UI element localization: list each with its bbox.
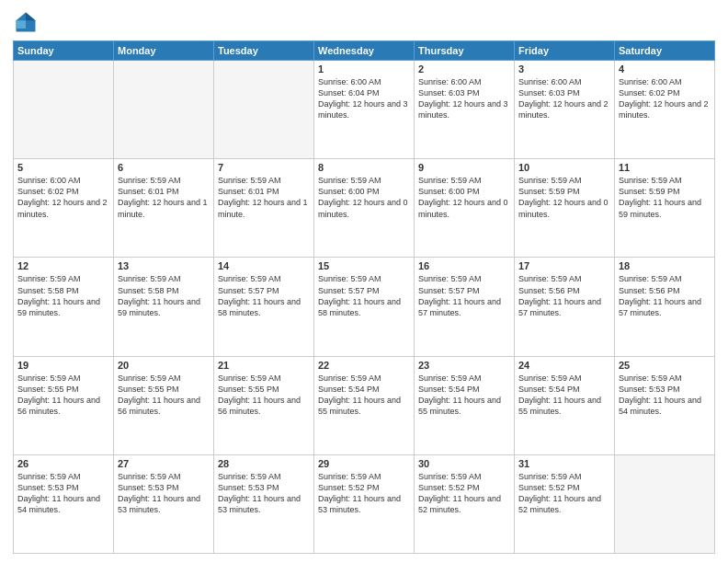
calendar-cell: 24Sunrise: 5:59 AMSunset: 5:54 PMDayligh… [515, 356, 615, 454]
cell-info: Sunrise: 5:59 AMSunset: 5:55 PMDaylight:… [118, 373, 210, 418]
cell-info: Sunrise: 5:59 AMSunset: 5:58 PMDaylight:… [17, 273, 109, 318]
calendar-week-row: 1Sunrise: 6:00 AMSunset: 6:04 PMDaylight… [14, 61, 715, 159]
calendar-table: SundayMondayTuesdayWednesdayThursdayFrid… [13, 40, 715, 554]
day-number: 12 [17, 260, 109, 271]
cell-info: Sunrise: 6:00 AMSunset: 6:04 PMDaylight:… [318, 76, 410, 121]
day-number: 26 [17, 458, 109, 469]
calendar-cell [615, 454, 715, 553]
calendar-header-friday: Friday [515, 41, 615, 61]
calendar-cell: 2Sunrise: 6:00 AMSunset: 6:03 PMDaylight… [415, 61, 515, 159]
cell-info: Sunrise: 5:59 AMSunset: 5:56 PMDaylight:… [518, 273, 610, 318]
day-number: 20 [118, 360, 210, 371]
day-number: 22 [318, 360, 410, 371]
header [13, 9, 715, 35]
cell-info: Sunrise: 5:59 AMSunset: 5:57 PMDaylight:… [318, 273, 410, 318]
cell-info: Sunrise: 5:59 AMSunset: 5:58 PMDaylight:… [118, 273, 210, 318]
cell-info: Sunrise: 6:00 AMSunset: 6:03 PMDaylight:… [418, 76, 510, 121]
day-number: 11 [619, 162, 711, 173]
calendar-cell: 3Sunrise: 6:00 AMSunset: 6:03 PMDaylight… [515, 61, 615, 159]
day-number: 29 [318, 458, 410, 469]
calendar-header-tuesday: Tuesday [214, 41, 314, 61]
calendar-cell: 27Sunrise: 5:59 AMSunset: 5:53 PMDayligh… [114, 454, 214, 553]
day-number: 19 [17, 360, 109, 371]
day-number: 1 [318, 63, 410, 75]
day-number: 6 [118, 162, 210, 173]
cell-info: Sunrise: 5:59 AMSunset: 5:54 PMDaylight:… [518, 373, 610, 418]
svg-marker-2 [17, 20, 27, 29]
calendar-cell: 8Sunrise: 5:59 AMSunset: 6:00 PMDaylight… [314, 159, 415, 258]
cell-info: Sunrise: 5:59 AMSunset: 5:59 PMDaylight:… [518, 175, 610, 220]
calendar-week-row: 19Sunrise: 5:59 AMSunset: 5:55 PMDayligh… [14, 356, 715, 454]
cell-info: Sunrise: 5:59 AMSunset: 5:54 PMDaylight:… [418, 373, 510, 418]
cell-info: Sunrise: 5:59 AMSunset: 5:55 PMDaylight:… [17, 373, 109, 418]
calendar-cell: 30Sunrise: 5:59 AMSunset: 5:52 PMDayligh… [415, 454, 515, 553]
cell-info: Sunrise: 5:59 AMSunset: 6:00 PMDaylight:… [418, 175, 510, 220]
calendar-cell [214, 61, 314, 159]
calendar-cell: 5Sunrise: 6:00 AMSunset: 6:02 PMDaylight… [14, 159, 114, 258]
calendar-cell: 23Sunrise: 5:59 AMSunset: 5:54 PMDayligh… [415, 356, 515, 454]
day-number: 9 [418, 162, 510, 173]
cell-info: Sunrise: 6:00 AMSunset: 6:02 PMDaylight:… [619, 76, 711, 121]
calendar-cell: 15Sunrise: 5:59 AMSunset: 5:57 PMDayligh… [314, 258, 415, 356]
cell-info: Sunrise: 5:59 AMSunset: 6:01 PMDaylight:… [118, 175, 210, 220]
cell-info: Sunrise: 5:59 AMSunset: 5:53 PMDaylight:… [17, 471, 109, 516]
day-number: 15 [318, 260, 410, 271]
calendar-header-thursday: Thursday [415, 41, 515, 61]
day-number: 24 [518, 360, 610, 371]
calendar-week-row: 26Sunrise: 5:59 AMSunset: 5:53 PMDayligh… [14, 454, 715, 553]
day-number: 18 [619, 260, 711, 271]
cell-info: Sunrise: 5:59 AMSunset: 5:56 PMDaylight:… [619, 273, 711, 318]
day-number: 17 [518, 260, 610, 271]
calendar-cell: 26Sunrise: 5:59 AMSunset: 5:53 PMDayligh… [14, 454, 114, 553]
calendar-cell: 29Sunrise: 5:59 AMSunset: 5:52 PMDayligh… [314, 454, 415, 553]
calendar-cell: 4Sunrise: 6:00 AMSunset: 6:02 PMDaylight… [615, 61, 715, 159]
calendar-cell: 28Sunrise: 5:59 AMSunset: 5:53 PMDayligh… [214, 454, 314, 553]
day-number: 25 [619, 360, 711, 371]
calendar-cell: 25Sunrise: 5:59 AMSunset: 5:53 PMDayligh… [615, 356, 715, 454]
calendar-cell: 13Sunrise: 5:59 AMSunset: 5:58 PMDayligh… [114, 258, 214, 356]
calendar-cell: 22Sunrise: 5:59 AMSunset: 5:54 PMDayligh… [314, 356, 415, 454]
cell-info: Sunrise: 5:59 AMSunset: 6:01 PMDaylight:… [218, 175, 310, 220]
calendar-cell: 18Sunrise: 5:59 AMSunset: 5:56 PMDayligh… [615, 258, 715, 356]
calendar-cell: 9Sunrise: 5:59 AMSunset: 6:00 PMDaylight… [415, 159, 515, 258]
cell-info: Sunrise: 5:59 AMSunset: 5:52 PMDaylight:… [318, 471, 410, 516]
calendar-cell: 16Sunrise: 5:59 AMSunset: 5:57 PMDayligh… [415, 258, 515, 356]
calendar-header-monday: Monday [114, 41, 214, 61]
cell-info: Sunrise: 5:59 AMSunset: 6:00 PMDaylight:… [318, 175, 410, 220]
cell-info: Sunrise: 5:59 AMSunset: 5:55 PMDaylight:… [218, 373, 310, 418]
calendar-cell [14, 61, 114, 159]
logo-icon [13, 9, 39, 35]
logo [13, 9, 42, 35]
day-number: 14 [218, 260, 310, 271]
day-number: 10 [518, 162, 610, 173]
cell-info: Sunrise: 5:59 AMSunset: 5:52 PMDaylight:… [418, 471, 510, 516]
day-number: 27 [118, 458, 210, 469]
day-number: 28 [218, 458, 310, 469]
day-number: 30 [418, 458, 510, 469]
day-number: 16 [418, 260, 510, 271]
cell-info: Sunrise: 6:00 AMSunset: 6:02 PMDaylight:… [17, 175, 109, 220]
calendar-cell: 14Sunrise: 5:59 AMSunset: 5:57 PMDayligh… [214, 258, 314, 356]
calendar-cell: 17Sunrise: 5:59 AMSunset: 5:56 PMDayligh… [515, 258, 615, 356]
day-number: 4 [619, 63, 711, 75]
calendar-cell [114, 61, 214, 159]
calendar-cell: 1Sunrise: 6:00 AMSunset: 6:04 PMDaylight… [314, 61, 415, 159]
calendar-cell: 20Sunrise: 5:59 AMSunset: 5:55 PMDayligh… [114, 356, 214, 454]
day-number: 2 [418, 63, 510, 75]
calendar-cell: 11Sunrise: 5:59 AMSunset: 5:59 PMDayligh… [615, 159, 715, 258]
cell-info: Sunrise: 5:59 AMSunset: 5:52 PMDaylight:… [518, 471, 610, 516]
cell-info: Sunrise: 5:59 AMSunset: 5:57 PMDaylight:… [418, 273, 510, 318]
calendar-cell: 12Sunrise: 5:59 AMSunset: 5:58 PMDayligh… [14, 258, 114, 356]
day-number: 23 [418, 360, 510, 371]
calendar-cell: 21Sunrise: 5:59 AMSunset: 5:55 PMDayligh… [214, 356, 314, 454]
cell-info: Sunrise: 5:59 AMSunset: 5:59 PMDaylight:… [619, 175, 711, 220]
calendar-header-saturday: Saturday [615, 41, 715, 61]
cell-info: Sunrise: 6:00 AMSunset: 6:03 PMDaylight:… [518, 76, 610, 121]
day-number: 13 [118, 260, 210, 271]
page: SundayMondayTuesdayWednesdayThursdayFrid… [0, 0, 728, 563]
day-number: 21 [218, 360, 310, 371]
cell-info: Sunrise: 5:59 AMSunset: 5:54 PMDaylight:… [318, 373, 410, 418]
calendar-cell: 6Sunrise: 5:59 AMSunset: 6:01 PMDaylight… [114, 159, 214, 258]
svg-marker-1 [26, 13, 36, 21]
cell-info: Sunrise: 5:59 AMSunset: 5:53 PMDaylight:… [118, 471, 210, 516]
